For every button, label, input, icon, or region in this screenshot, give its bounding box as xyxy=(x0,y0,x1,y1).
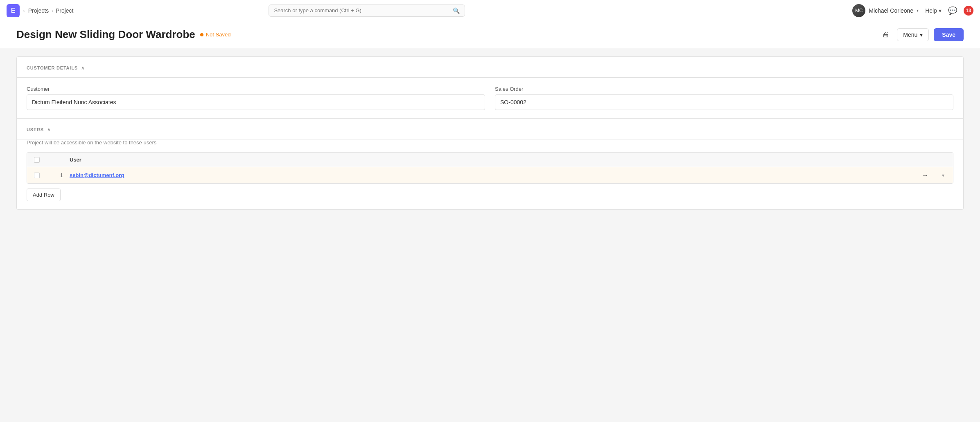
customer-details-section: CUSTOMER DETAILS ∧ Customer Sales Order xyxy=(17,57,963,118)
customer-details-toggle-icon: ∧ xyxy=(81,65,85,71)
avatar: MC xyxy=(852,4,865,17)
not-saved-badge: Not Saved xyxy=(200,31,231,38)
navigate-icon: → xyxy=(922,172,928,179)
sales-order-label: Sales Order xyxy=(495,86,953,92)
customer-field-group: Customer xyxy=(27,86,485,110)
users-section-title: USERS xyxy=(27,127,44,132)
breadcrumb-sep-2: › xyxy=(51,7,53,14)
users-description: Project will be accessible on the websit… xyxy=(27,139,953,146)
users-section: USERS ∧ Project will be accessible on th… xyxy=(17,119,963,209)
customer-input[interactable] xyxy=(27,94,485,110)
users-section-header[interactable]: USERS ∧ xyxy=(17,119,963,139)
save-button[interactable]: Save xyxy=(934,28,964,41)
users-section-body: Project will be accessible on the websit… xyxy=(17,139,963,209)
row-checkbox[interactable] xyxy=(34,173,40,178)
not-saved-dot xyxy=(200,33,203,36)
avatar-image: MC xyxy=(852,4,865,17)
row-user-email[interactable]: sebin@dictumenf.org xyxy=(66,167,917,183)
row-arrow-icon[interactable]: → xyxy=(917,172,933,179)
header-checkbox-area xyxy=(27,153,47,167)
header-checkbox[interactable] xyxy=(34,157,40,163)
sales-order-input[interactable] xyxy=(495,94,953,110)
row-action-dropdown[interactable]: ▾ xyxy=(933,173,953,178)
help-caret-icon: ▾ xyxy=(939,7,942,14)
page-title-area: Design New Sliding Door Wardrobe Not Sav… xyxy=(16,28,230,41)
menu-button[interactable]: Menu ▾ xyxy=(897,28,929,41)
top-navigation: E › Projects › Project 🔍 MC Michael Corl… xyxy=(0,0,980,21)
search-icon: 🔍 xyxy=(453,7,460,14)
nav-right: MC Michael Corleone ▾ Help ▾ 💬 13 xyxy=(852,4,973,17)
customer-details-body: Customer Sales Order xyxy=(17,78,963,118)
user-menu[interactable]: MC Michael Corleone ▾ xyxy=(852,4,919,17)
header-user-col: User xyxy=(66,153,917,167)
notifications-badge[interactable]: 13 xyxy=(964,6,973,16)
header-actions: 🖨 Menu ▾ Save xyxy=(880,28,964,41)
search-input[interactable] xyxy=(274,7,449,13)
table-row: 1 sebin@dictumenf.org → ▾ xyxy=(27,167,953,183)
breadcrumb-projects[interactable]: Projects xyxy=(28,7,49,14)
customer-details-header[interactable]: CUSTOMER DETAILS ∧ xyxy=(17,57,963,78)
print-button[interactable]: 🖨 xyxy=(880,28,892,41)
customer-form-row: Customer Sales Order xyxy=(27,86,953,110)
user-email-link[interactable]: sebin@dictumenf.org xyxy=(70,172,124,178)
page-title: Design New Sliding Door Wardrobe xyxy=(16,28,195,41)
header-arrow xyxy=(917,153,933,167)
customer-label: Customer xyxy=(27,86,485,92)
user-dropdown-caret: ▾ xyxy=(917,8,919,13)
sales-order-field-group: Sales Order xyxy=(495,86,953,110)
sections-wrapper: CUSTOMER DETAILS ∧ Customer Sales Order xyxy=(16,56,964,210)
header-action xyxy=(933,153,953,167)
search-bar[interactable]: 🔍 xyxy=(269,4,465,17)
page-header: Design New Sliding Door Wardrobe Not Sav… xyxy=(0,21,980,48)
table-header: User xyxy=(27,153,953,167)
breadcrumb-project[interactable]: Project xyxy=(56,7,74,14)
not-saved-text: Not Saved xyxy=(206,31,231,38)
users-table: User 1 sebin@dictumenf.org xyxy=(27,152,953,184)
row-number: 1 xyxy=(47,167,66,183)
breadcrumb: Projects › Project xyxy=(28,7,74,14)
user-name: Michael Corleone xyxy=(869,7,913,14)
header-num xyxy=(47,153,66,167)
main-content: CUSTOMER DETAILS ∧ Customer Sales Order xyxy=(0,48,980,218)
row-dropdown-icon: ▾ xyxy=(942,173,944,178)
customer-details-title: CUSTOMER DETAILS xyxy=(27,65,78,70)
help-button[interactable]: Help ▾ xyxy=(925,7,942,14)
breadcrumb-sep-1: › xyxy=(23,7,25,14)
users-toggle-icon: ∧ xyxy=(47,127,51,132)
add-row-button[interactable]: Add Row xyxy=(27,189,61,201)
row-checkbox-area xyxy=(27,168,47,183)
app-icon[interactable]: E xyxy=(7,4,20,17)
menu-caret-icon: ▾ xyxy=(920,31,923,38)
menu-label: Menu xyxy=(903,31,917,38)
help-label: Help xyxy=(925,7,937,14)
chat-icon[interactable]: 💬 xyxy=(948,6,957,15)
